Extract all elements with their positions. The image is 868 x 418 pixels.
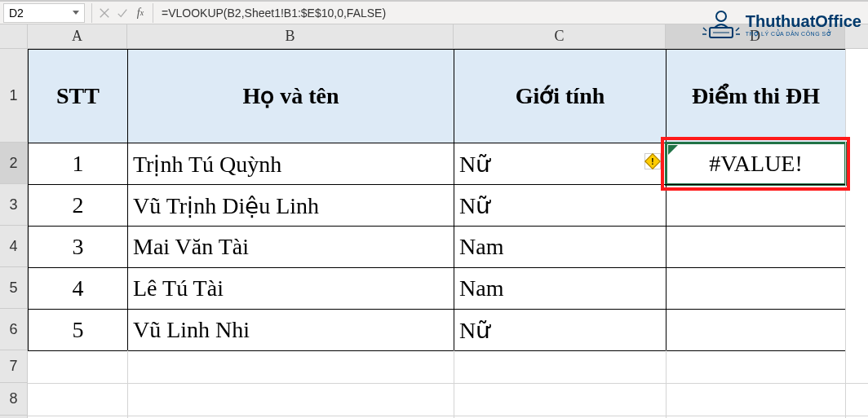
col-header-a[interactable]: A [28,24,127,48]
active-cell-d2[interactable]: #VALUE! [666,143,846,185]
table-cell[interactable]: Trịnh Tú Quỳnh [127,143,454,185]
svg-line-5 [703,28,706,31]
chevron-down-icon[interactable] [73,11,79,15]
svg-point-4 [716,11,726,21]
logo-subtext: TRỢ LÝ CỦA DÂN CÔNG SỞ [746,31,861,37]
logo-icon [702,5,741,44]
table-cell[interactable]: Vũ Trịnh Diệu Linh [127,184,454,227]
row-header-3[interactable]: 3 [0,184,27,226]
gridline [28,416,868,416]
logo-text: ThuthuatOffice [746,12,861,31]
divider [91,3,92,23]
col-header-b[interactable]: B [127,24,454,48]
table-cell[interactable] [666,267,846,310]
svg-line-7 [736,28,739,31]
fx-icon[interactable]: fx [131,4,149,22]
cancel-icon[interactable] [95,4,113,22]
table-cell[interactable]: 2 [28,184,128,227]
watermark-logo: ThuthuatOffice TRỢ LÝ CỦA DÂN CÔNG SỞ [702,5,861,44]
error-warning-icon[interactable] [644,153,661,169]
enter-icon[interactable] [113,4,131,22]
table-cell[interactable]: Nữ [454,309,666,351]
header-gioitinh[interactable]: Giới tính [454,49,666,143]
row-header-6[interactable]: 6 [0,309,27,350]
select-all-corner[interactable] [0,24,27,49]
row-header-2[interactable]: 2 [0,143,27,184]
error-indicator-icon [668,145,678,155]
table-cell[interactable]: Lê Tú Tài [127,267,454,310]
row-header-1[interactable]: 1 [0,49,27,143]
table-cell[interactable] [666,309,846,351]
header-stt[interactable]: STT [28,49,128,143]
divider [153,3,153,23]
table-cell[interactable] [666,226,846,268]
row-header-8[interactable]: 8 [0,383,27,416]
table-cell[interactable] [666,184,846,227]
row-header-5[interactable]: 5 [0,267,27,309]
name-box-value: D2 [9,7,24,20]
col-header-c[interactable]: C [454,24,666,48]
gridline [127,350,128,418]
row-header-4[interactable]: 4 [0,226,27,267]
row-header-7[interactable]: 7 [0,350,27,383]
table-cell[interactable]: Vũ Linh Nhi [127,309,454,351]
table-cell[interactable]: Nam [454,226,666,268]
table-cell[interactable]: 4 [28,267,128,310]
gridline [666,350,666,418]
table-cell[interactable]: 5 [28,309,128,351]
table-cell[interactable]: 1 [28,143,128,185]
header-diem[interactable]: Điểm thi ĐH [666,49,846,143]
name-box[interactable]: D2 [3,3,85,23]
table-cell[interactable]: Nữ [454,184,666,227]
cell-value: #VALUE! [709,151,803,177]
table-cell[interactable]: Mai Văn Tài [127,226,454,268]
table-cell[interactable]: 3 [28,226,128,268]
gridline [845,49,846,418]
table-cell[interactable]: Nữ [454,143,666,185]
header-hoten[interactable]: Họ và tên [127,49,454,143]
table-cell[interactable]: Nam [454,267,666,310]
gridline [28,383,868,384]
gridline [454,350,454,418]
